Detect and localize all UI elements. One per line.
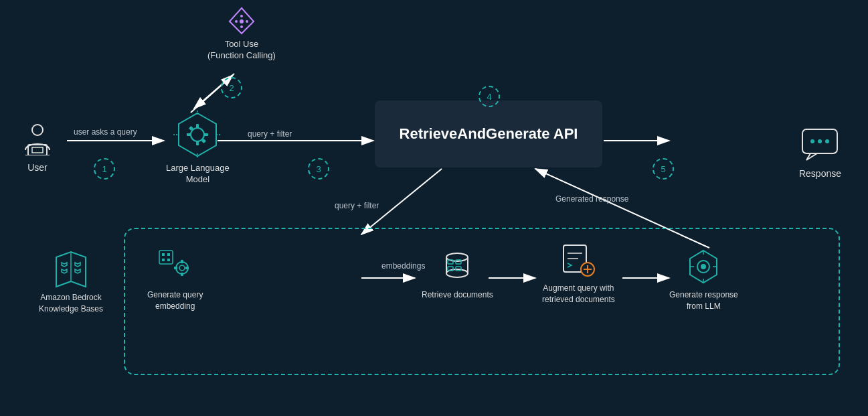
llm-icon [173, 111, 222, 159]
svg-rect-25 [196, 124, 199, 129]
svg-rect-52 [181, 273, 183, 276]
svg-marker-42 [75, 263, 80, 267]
svg-rect-14 [28, 145, 47, 155]
svg-point-36 [810, 139, 814, 143]
rag-api-label: RetrieveAndGenerate API [400, 125, 578, 144]
query-filter-label: query + filter [248, 129, 292, 139]
svg-rect-51 [181, 260, 183, 263]
response-icon [800, 124, 840, 164]
response-label: Response [799, 168, 841, 179]
generated-response-label: Generated response [555, 194, 628, 204]
svg-point-24 [191, 128, 204, 141]
gen-embedding-label: Generate queryembedding [147, 289, 203, 312]
augment-query-label: Augment query withretrieved documents [542, 283, 615, 305]
gen-response-icon [685, 248, 722, 285]
svg-marker-40 [62, 263, 67, 267]
svg-rect-28 [203, 133, 208, 136]
kb-icon [51, 248, 91, 288]
svg-rect-27 [187, 133, 191, 136]
gen-response-section: Generate responsefrom LLM [669, 248, 738, 312]
svg-marker-23 [179, 113, 216, 156]
svg-rect-26 [196, 141, 199, 145]
svg-point-22 [240, 25, 243, 28]
svg-point-13 [32, 125, 43, 135]
llm-section: Large LanguageModel [166, 111, 230, 186]
svg-point-38 [825, 139, 829, 143]
step-3-label: 3 [316, 164, 321, 174]
svg-rect-16 [32, 147, 43, 153]
svg-point-37 [818, 139, 822, 143]
svg-rect-44 [159, 251, 173, 264]
gen-embedding-icon [157, 248, 194, 285]
response-section: Response [799, 124, 841, 179]
query-filter2-label: query + filter [335, 201, 379, 210]
step-2-label: 2 [229, 83, 234, 93]
diagram: User 1 Tool Use(Function Calling) 2 [0, 0, 868, 416]
svg-point-71 [701, 264, 706, 269]
gen-response-label: Generate responsefrom LLM [669, 289, 738, 312]
svg-point-21 [240, 15, 243, 17]
kb-section: Amazon BedrockKnowledge Bases [24, 248, 118, 315]
step-5-circle: 5 [653, 158, 674, 180]
augment-query-icon [559, 241, 597, 279]
step-2-circle: 2 [221, 77, 242, 98]
step-1-label: 1 [102, 164, 106, 174]
llm-label: Large LanguageModel [166, 163, 230, 186]
tooluse-section: Tool Use(Function Calling) [207, 7, 276, 62]
svg-rect-47 [162, 259, 165, 261]
rag-api-box: RetrieveAndGenerate API [375, 100, 602, 167]
svg-point-19 [235, 20, 238, 23]
svg-rect-46 [167, 253, 170, 256]
retrieve-docs-label: Retrieve documents [422, 289, 493, 301]
tooluse-label: Tool Use(Function Calling) [207, 39, 276, 62]
augment-query-section: Augment query withretrieved documents [542, 241, 615, 305]
svg-rect-54 [185, 267, 189, 269]
gen-embedding-section: Generate queryembedding [147, 248, 203, 312]
svg-rect-45 [162, 253, 165, 256]
user-icon [20, 121, 55, 158]
kb-label: Amazon BedrockKnowledge Bases [39, 292, 103, 315]
user-section: User [20, 121, 55, 173]
step-3-circle: 3 [308, 158, 329, 180]
retrieve-docs-section: Retrieve documents [422, 248, 493, 301]
svg-marker-41 [62, 269, 67, 273]
svg-point-50 [179, 265, 185, 271]
user-asks-label: user asks a query [74, 127, 137, 137]
step-4-circle: 4 [479, 86, 500, 107]
svg-rect-48 [167, 259, 170, 261]
tooluse-icon [227, 7, 256, 36]
step-4-label: 4 [487, 92, 491, 102]
retrieve-docs-icon [438, 248, 476, 285]
svg-point-18 [240, 19, 244, 23]
svg-marker-43 [75, 269, 80, 273]
svg-rect-53 [174, 267, 177, 269]
step-1-circle: 1 [94, 158, 115, 180]
step-5-label: 5 [661, 164, 665, 174]
svg-point-20 [246, 20, 248, 23]
user-label: User [27, 162, 48, 173]
